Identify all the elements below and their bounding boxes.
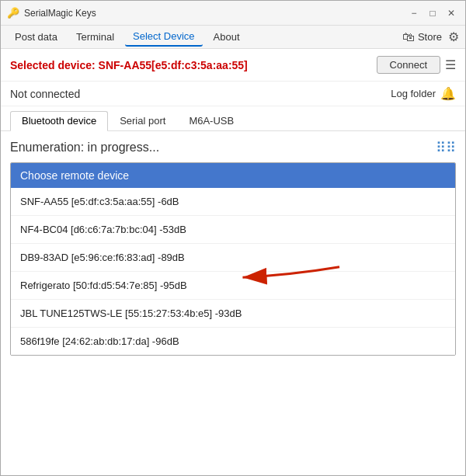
not-connected-label: Not connected xyxy=(10,88,80,100)
log-folder-label[interactable]: Log folder xyxy=(391,88,436,99)
spinner-icon: ⠿⠿ xyxy=(436,139,456,156)
device-list: SNF-AA55 [e5:df:c3:5a:aa:55] -6dB NF4-BC… xyxy=(11,188,455,355)
tab-serial-port[interactable]: Serial port xyxy=(108,111,177,130)
title-bar: 🔑 SerialMagic Keys − □ ✕ xyxy=(1,1,465,26)
menu-bar: Post data Terminal Select Device About 🛍… xyxy=(1,26,465,49)
log-bell-icon[interactable]: 🔔 xyxy=(440,86,456,101)
device-item-0[interactable]: SNF-AA55 [e5:df:c3:5a:aa:55] -6dB xyxy=(11,188,455,216)
tab-m6a-usb[interactable]: M6A-USB xyxy=(177,111,245,130)
settings-gear-icon[interactable]: ⚙ xyxy=(448,30,459,44)
menu-post-data[interactable]: Post data xyxy=(7,28,65,46)
store-icon: 🛍 xyxy=(402,30,415,44)
store-area[interactable]: 🛍 Store xyxy=(402,30,442,44)
device-item-5[interactable]: 586f19fe [24:62:ab:db:17:da] -96dB xyxy=(11,328,455,355)
device-list-header: Choose remote device xyxy=(11,163,455,188)
list-icon[interactable]: ☰ xyxy=(445,57,456,72)
main-window: 🔑 SerialMagic Keys − □ ✕ Post data Termi… xyxy=(0,0,466,476)
device-item-2[interactable]: DB9-83AD [e5:96:ce:f6:83:ad] -89dB xyxy=(11,244,455,272)
maximize-button[interactable]: □ xyxy=(425,5,440,21)
menu-about[interactable]: About xyxy=(206,28,248,46)
menu-right: 🛍 Store ⚙ xyxy=(402,30,459,44)
device-item-4[interactable]: JBL TUNE125TWS-LE [55:15:27:53:4b:e5] -9… xyxy=(11,300,455,328)
connect-button[interactable]: Connect xyxy=(377,56,440,74)
log-area: Log folder 🔔 xyxy=(391,86,456,101)
minimize-button[interactable]: − xyxy=(406,5,422,21)
device-item-3[interactable]: Refrigerato [50:fd:d5:54:7e:85] -95dB xyxy=(11,272,455,300)
device-item-1[interactable]: NF4-BC04 [d6:c6:7a:7b:bc:04] -53dB xyxy=(11,216,455,244)
connection-status-row: Not connected Log folder 🔔 xyxy=(1,82,465,106)
connect-btn-row: Connect ☰ xyxy=(377,56,456,74)
title-bar-left: 🔑 SerialMagic Keys xyxy=(7,7,96,19)
status-bar: Selected device: SNF-AA55[e5:df:c3:5a:aa… xyxy=(1,49,465,82)
device-tabs: Bluetooth device Serial port M6A-USB xyxy=(1,106,465,131)
tab-bluetooth-device[interactable]: Bluetooth device xyxy=(10,111,108,131)
selected-device-label: Selected device: SNF-AA55[e5:df:c3:5a:aa… xyxy=(10,59,248,71)
menu-select-device[interactable]: Select Device xyxy=(125,27,202,47)
store-label: Store xyxy=(418,31,442,43)
enumeration-status: Enumeration: in progress... xyxy=(10,141,159,155)
device-list-container: Choose remote device SNF-AA55 [e5:df:c3:… xyxy=(10,162,456,356)
window-controls: − □ ✕ xyxy=(406,5,459,21)
menu-terminal[interactable]: Terminal xyxy=(68,28,122,46)
enumeration-header: Enumeration: in progress... ⠿⠿ xyxy=(10,139,456,156)
main-content: Enumeration: in progress... ⠿⠿ Choose re… xyxy=(1,131,465,475)
window-title: SerialMagic Keys xyxy=(24,8,96,19)
close-button[interactable]: ✕ xyxy=(443,5,459,21)
app-icon: 🔑 xyxy=(7,7,19,19)
connect-area: Connect ☰ xyxy=(377,56,456,74)
